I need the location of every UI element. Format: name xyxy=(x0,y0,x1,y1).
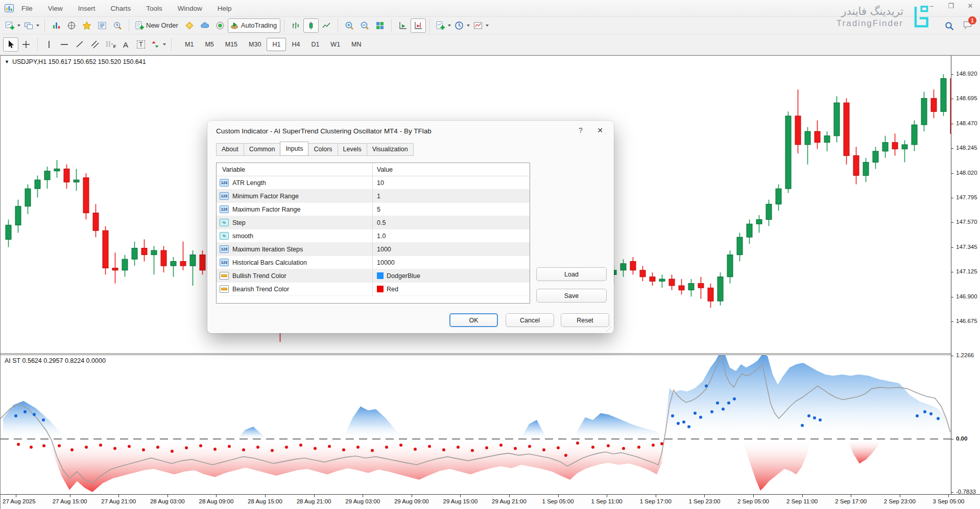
templates-button[interactable] xyxy=(471,18,490,33)
price-axis-label: 148.695 xyxy=(956,95,977,101)
table-row[interactable]: ½smooth1.0 xyxy=(217,229,530,243)
table-row[interactable]: 123Maximum Iteration Steps1000 xyxy=(217,243,530,256)
ok-button[interactable]: OK xyxy=(449,313,498,327)
window-restore-button[interactable]: ❐ xyxy=(946,2,955,10)
menu-item-charts[interactable]: Charts xyxy=(111,5,131,12)
menu-item-file[interactable]: File xyxy=(21,5,33,12)
timeframe-m15-button[interactable]: M15 xyxy=(220,38,243,51)
periods-button[interactable] xyxy=(452,18,471,33)
navigator-button[interactable] xyxy=(79,18,94,33)
indicator-axis-tick xyxy=(951,439,953,439)
dialog-close-button[interactable]: ✕ xyxy=(595,126,605,134)
resize-grip[interactable]: ⋰ xyxy=(606,326,612,332)
tab-visualization[interactable]: Visualization xyxy=(367,143,414,156)
chart-shift-button[interactable] xyxy=(411,18,426,33)
bar-chart-button[interactable] xyxy=(288,18,303,33)
tab-common[interactable]: Common xyxy=(244,143,281,156)
candle xyxy=(54,160,60,178)
value-cell[interactable]: 10000 xyxy=(372,256,530,269)
value-cell[interactable]: 10 xyxy=(372,176,530,189)
tab-colors[interactable]: Colors xyxy=(308,143,338,156)
timeframe-d1-button[interactable]: D1 xyxy=(305,38,325,51)
terminal-button[interactable] xyxy=(94,18,110,33)
new-chart-button[interactable] xyxy=(3,18,22,33)
candle xyxy=(112,252,118,283)
tab-about[interactable]: About xyxy=(216,143,244,156)
tab-inputs[interactable]: Inputs xyxy=(280,142,308,156)
bearish-dot xyxy=(85,446,88,449)
oscillator-chart[interactable] xyxy=(1,355,951,494)
data-window-button[interactable] xyxy=(64,18,79,33)
menu-item-insert[interactable]: Insert xyxy=(78,5,95,12)
trendline-tool-button[interactable] xyxy=(72,37,87,52)
search-icon[interactable] xyxy=(945,21,954,31)
cancel-button[interactable]: Cancel xyxy=(506,313,554,327)
reset-button[interactable]: Reset xyxy=(561,313,609,327)
table-row[interactable]: Bullish Trend ColorDodgerBlue xyxy=(217,269,530,283)
value-cell[interactable]: Red xyxy=(372,283,530,295)
value-cell[interactable]: DodgerBlue xyxy=(372,269,530,282)
menu-item-window[interactable]: Window xyxy=(178,5,202,12)
toolbar-separator xyxy=(391,19,392,32)
timeframe-m30-button[interactable]: M30 xyxy=(243,38,267,51)
chart-symbol-line[interactable]: ▼ USDJPY,H1 150.617 150.652 150.520 150.… xyxy=(5,58,146,65)
menu-item-help[interactable]: Help xyxy=(218,5,232,12)
save-button[interactable]: Save xyxy=(536,289,607,303)
channel-tool-button[interactable] xyxy=(87,37,103,52)
table-row[interactable]: 123ATR Length10 xyxy=(217,176,530,190)
table-row[interactable]: ½Step0.5 xyxy=(217,216,530,229)
metaeditor-button[interactable] xyxy=(182,18,197,33)
menu-item-view[interactable]: View xyxy=(48,5,63,12)
table-row[interactable]: 123Maximum Factor Range5 xyxy=(217,203,530,216)
line-chart-button[interactable] xyxy=(319,18,334,33)
table-row[interactable]: 123Minimum Factor Range1 xyxy=(217,190,530,203)
timeframe-mn-button[interactable]: MN xyxy=(346,38,367,51)
auto-scroll-button[interactable] xyxy=(395,18,411,33)
price-axis-label: 148.920 xyxy=(956,71,977,77)
candlestick-chart-button[interactable] xyxy=(303,18,319,33)
value-cell[interactable]: 1 xyxy=(372,190,530,202)
table-row[interactable]: 123Historical Bars Calculation10000 xyxy=(217,256,530,269)
table-row[interactable]: Bearish Trend ColorRed xyxy=(217,283,530,296)
fibonacci-tool-button[interactable]: F xyxy=(103,37,118,52)
tile-windows-button[interactable] xyxy=(372,18,388,33)
value-cell[interactable]: 1.0 xyxy=(372,229,530,242)
chat-icon-wrap[interactable]: 1 xyxy=(963,20,973,32)
zoom-out-button[interactable] xyxy=(357,18,372,33)
crosshair-tool-button[interactable] xyxy=(18,37,34,52)
time-axis-tick xyxy=(509,495,510,497)
text-tool-button[interactable]: A xyxy=(118,37,133,52)
timeframe-m5-button[interactable]: M5 xyxy=(199,38,219,51)
tab-levels[interactable]: Levels xyxy=(338,143,367,156)
timeframe-m1-button[interactable]: M1 xyxy=(179,38,199,51)
arrows-tool-button[interactable] xyxy=(149,37,168,52)
community-button[interactable] xyxy=(197,18,212,33)
zoom-in-button[interactable] xyxy=(342,18,357,33)
time-axis[interactable]: 27 Aug 202527 Aug 15:0027 Aug 21:0028 Au… xyxy=(1,494,980,509)
window-close-button[interactable]: ✕ xyxy=(966,2,975,10)
mql5-button[interactable] xyxy=(212,18,228,33)
cursor-tool-button[interactable] xyxy=(3,37,18,52)
text-label-tool-button[interactable]: T xyxy=(133,37,149,52)
new-order-button[interactable]: New Order xyxy=(133,18,182,33)
value-cell[interactable]: 0.5 xyxy=(372,216,530,229)
menu-item-tools[interactable]: Tools xyxy=(146,5,162,12)
indicators-button[interactable] xyxy=(434,18,452,33)
value-cell[interactable]: 1000 xyxy=(372,243,530,256)
autotrading-button[interactable]: AutoTrading xyxy=(228,18,280,33)
horizontal-line-tool-button[interactable] xyxy=(57,37,72,52)
load-button[interactable]: Load xyxy=(536,267,607,281)
dialog-help-button[interactable]: ? xyxy=(576,126,585,134)
timeframe-w1-button[interactable]: W1 xyxy=(325,38,346,51)
bearish-dot xyxy=(285,446,288,449)
strategy-tester-button[interactable] xyxy=(110,18,125,33)
profiles-button[interactable] xyxy=(22,18,41,33)
market-watch-button[interactable] xyxy=(49,18,64,33)
param-name: Historical Bars Calculation xyxy=(232,259,307,266)
vertical-line-tool-button[interactable] xyxy=(41,37,57,52)
time-axis-label: 1 Sep 17:00 xyxy=(640,498,672,504)
timeframe-h1-button[interactable]: H1 xyxy=(267,38,286,51)
bearish-dot xyxy=(414,448,417,451)
value-cell[interactable]: 5 xyxy=(372,203,530,216)
timeframe-h4-button[interactable]: H4 xyxy=(286,38,305,51)
